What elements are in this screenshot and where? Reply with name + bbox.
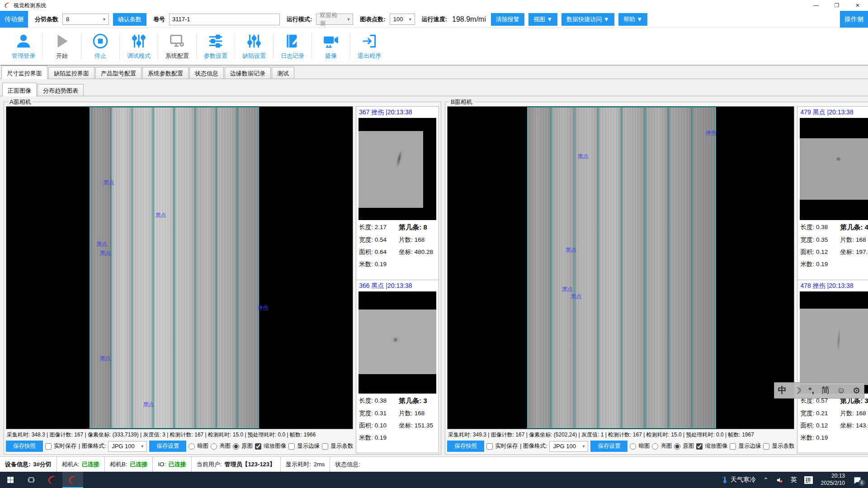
show-strips-label: 显示条数: [330, 442, 353, 450]
ime-moon-icon[interactable]: ☽: [793, 385, 801, 396]
notification-center-button[interactable]: 6: [849, 472, 868, 488]
tab-system-param-config[interactable]: 系统参数配置: [142, 67, 189, 79]
save-snapshot-button[interactable]: 保存快照: [447, 441, 484, 452]
run-mode-select[interactable]: 双面检测▼: [316, 14, 353, 25]
exit-program-button[interactable]: 退出程序: [350, 33, 388, 60]
pinned-app-button[interactable]: [42, 472, 62, 488]
camera-a-live-image[interactable]: 黑点 黑点 黑点 黑点 挫伤 黑点 黑点: [6, 106, 353, 429]
defect-settings-button[interactable]: 缺陷设置: [235, 33, 273, 60]
start-button[interactable]: 开始: [43, 33, 81, 60]
camera-a-panel: A面相机 黑点 黑点 黑点 黑点 挫伤 黑点 黑点: [4, 102, 441, 455]
slice-count-select[interactable]: 8▼: [62, 14, 109, 25]
weather-widget[interactable]: 天气寒冷: [717, 472, 760, 488]
monitor-gear-icon: [169, 33, 186, 50]
maximize-button[interactable]: ❐: [826, 0, 847, 11]
image-format-select[interactable]: JPG 100▼: [108, 441, 147, 452]
show-edge-label: 显示边缘: [297, 442, 320, 450]
image-format-select[interactable]: JPG 100▼: [549, 441, 588, 452]
stop-button[interactable]: 停止: [81, 33, 119, 60]
clock[interactable]: 20:13 2025/2/10: [816, 473, 849, 487]
ime-emoji-button[interactable]: ☺: [837, 385, 845, 395]
bright-image-radio[interactable]: [652, 443, 658, 450]
start-button[interactable]: [0, 472, 21, 488]
clear-alarm-button[interactable]: 清除报警: [491, 13, 524, 26]
ime-mode-button[interactable]: 中: [778, 385, 787, 396]
sliders-horizontal-icon: [207, 33, 224, 50]
run-speed-label: 运行速度:: [422, 15, 447, 23]
dark-image-radio[interactable]: [189, 443, 195, 450]
defect-strip-index: 4: [865, 223, 868, 231]
defect-marker-label: 黑点: [578, 153, 589, 160]
log-record-button[interactable]: 日志记录: [274, 33, 311, 60]
tab-test[interactable]: 测试: [272, 67, 294, 79]
ime-settings-gear-icon[interactable]: ⚙: [853, 385, 860, 396]
tab-product-model-config[interactable]: 产品型号配置: [95, 67, 142, 79]
defect-marker-label: 黑点: [566, 246, 576, 254]
bright-image-label: 亮图: [219, 442, 231, 450]
defect-marker-label: 黑点: [96, 240, 107, 248]
tab-edge-data-record[interactable]: 边缘数据记录: [225, 67, 271, 79]
title-bar: 视觉检测系统 — ❐ ✕: [0, 0, 868, 11]
defect-marker-label: 挫伤: [257, 304, 268, 312]
defect-pieces: 168: [856, 410, 866, 417]
notification-badge: 6: [859, 479, 865, 486]
data-quick-access-menu-button[interactable]: 数据快捷访问 ▼: [561, 13, 614, 26]
admin-login-button[interactable]: 管理登录: [5, 33, 42, 60]
camera-b-live-image[interactable]: 挫伤 黑点 黑点 黑点 黑点: [447, 106, 794, 429]
zoom-image-label: 缩放图像: [264, 442, 286, 450]
zoom-image-checkbox[interactable]: [255, 443, 261, 450]
help-menu-button[interactable]: 帮助 ▼: [618, 13, 647, 26]
original-image-radio[interactable]: [674, 443, 680, 450]
defect-card[interactable]: 479 黑点 |20:13:38 长度: 0.38 第几条: 4 宽度: 0.3…: [797, 107, 868, 280]
view-menu-button[interactable]: 视图 ▼: [528, 13, 557, 26]
save-settings-button[interactable]: 保存设置: [590, 441, 627, 452]
roll-number-input[interactable]: [169, 14, 280, 25]
defect-coord: 151.35: [415, 422, 433, 429]
save-snapshot-button[interactable]: 保存快照: [6, 441, 43, 452]
dark-image-radio[interactable]: [630, 443, 636, 450]
camera-capture-button[interactable]: 摄像: [312, 33, 350, 60]
play-icon: [53, 33, 71, 50]
subtab-front-image[interactable]: 正面图像: [2, 83, 37, 96]
chevron-down-icon: ▼: [346, 17, 350, 22]
chart-points-select[interactable]: 100▼: [390, 14, 415, 25]
parameter-settings-button[interactable]: 参数设置: [197, 33, 235, 60]
running-app-button[interactable]: [62, 472, 83, 488]
debug-mode-button[interactable]: 调试模式: [120, 33, 158, 60]
original-image-radio[interactable]: [233, 443, 239, 450]
defect-card[interactable]: 367 挫伤 |20:13:38 长度: 2.17 第几条: 8 宽度: 0.5…: [356, 107, 439, 280]
show-strips-checkbox[interactable]: [322, 443, 328, 450]
defect-card-header: 367 挫伤 |20:13:38: [359, 108, 436, 118]
confirm-count-button[interactable]: 确认条数: [113, 13, 146, 26]
current-user-label: 当前用户:: [197, 460, 222, 469]
defect-meters: 0.19: [375, 261, 387, 267]
minimize-button[interactable]: —: [806, 0, 826, 11]
task-view-button[interactable]: [21, 472, 42, 488]
tab-defect-monitor[interactable]: 缺陷监控界面: [48, 67, 94, 79]
dark-image-label: 暗图: [638, 442, 650, 450]
ime-simplified-button[interactable]: 简: [821, 385, 830, 396]
language-indicator[interactable]: 英: [787, 472, 801, 488]
bright-image-radio[interactable]: [211, 443, 217, 450]
defect-strip-index: 3: [865, 397, 868, 404]
system-config-button[interactable]: 系统配置: [158, 33, 196, 60]
show-edge-checkbox[interactable]: [730, 443, 736, 450]
tab-size-monitor[interactable]: 尺寸监控界面: [1, 66, 47, 79]
tab-status-info[interactable]: 状态信息: [189, 67, 224, 79]
defect-card[interactable]: 478 挫伤 |20:13:38 长度: 0.57 第几条: 3 宽度: 0.2…: [797, 280, 868, 453]
defect-width: 0.54: [375, 236, 387, 243]
zoom-image-checkbox[interactable]: [696, 443, 703, 450]
defect-card-header: 478 挫伤 |20:13:38: [800, 281, 868, 291]
subtab-distribution-chart[interactable]: 分布趋势图表: [38, 84, 84, 96]
close-button[interactable]: ✕: [847, 0, 868, 11]
ime-indicator[interactable]: 拼: [801, 472, 816, 488]
show-strips-checkbox[interactable]: [763, 443, 769, 450]
realtime-save-checkbox[interactable]: [486, 443, 493, 450]
show-edge-checkbox[interactable]: [288, 443, 295, 450]
realtime-save-checkbox[interactable]: [45, 443, 52, 450]
volume-muted-button[interactable]: [772, 472, 787, 488]
ime-punctuation-button[interactable]: °,: [808, 385, 814, 395]
hidden-icons-chevron[interactable]: ⌃: [760, 472, 772, 488]
defect-card[interactable]: 366 黑点 |20:13:38 长度: 0.38 第几条: 3 宽度: 0.3…: [356, 280, 439, 453]
save-settings-button[interactable]: 保存设置: [149, 441, 186, 452]
